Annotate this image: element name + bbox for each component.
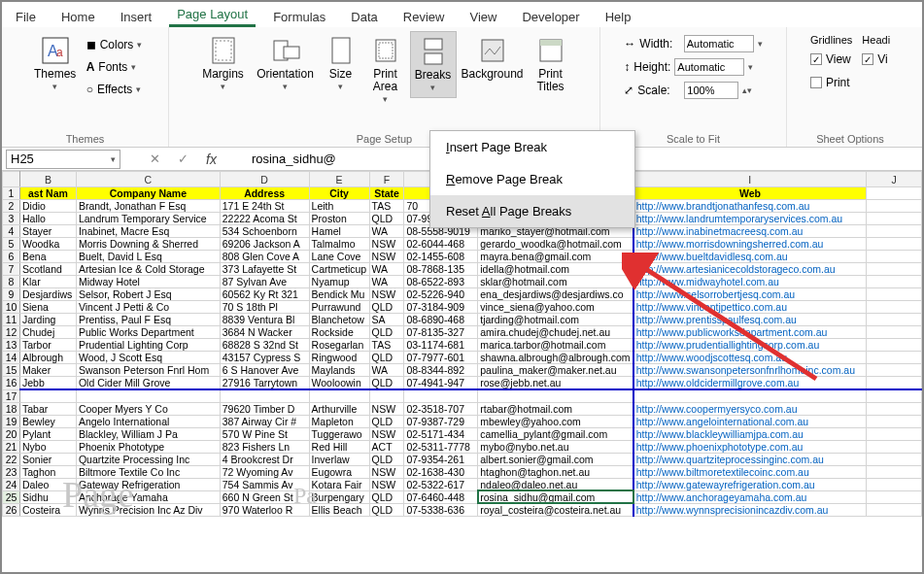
col-header[interactable]: C (76, 172, 220, 187)
enter-icon[interactable]: ✓ (178, 152, 188, 166)
cell[interactable]: ndaleo@daleo.net.au (478, 478, 633, 490)
cancel-icon[interactable]: ✕ (150, 152, 160, 166)
menu-remove-page-break[interactable]: Remove Page Break (430, 163, 634, 195)
cell[interactable]: http://www.brandtjonathanfesq.com.au (633, 200, 867, 213)
cell[interactable]: Jarding (19, 314, 76, 326)
row-header[interactable]: 10 (3, 301, 20, 314)
fonts-button[interactable]: AFonts ▾ (86, 57, 143, 77)
cell[interactable]: Bewley (19, 415, 76, 427)
cell[interactable]: http://www.vincentjpettico.com.au (633, 301, 867, 314)
cell[interactable]: Buelt, David L Esq (76, 251, 220, 263)
cell[interactable]: amira.chudej@chudej.net.au (478, 326, 633, 339)
cell[interactable]: Phoenix Phototype (76, 440, 220, 453)
cell[interactable]: shawna.albrough@albrough.com (478, 352, 633, 364)
background-button[interactable]: Background (461, 31, 525, 84)
cell[interactable]: Company Name (76, 187, 220, 200)
size-button[interactable]: Size▾ (321, 31, 361, 96)
menu-insert-page-break[interactable]: Insert Page Break (430, 131, 634, 163)
cell[interactable]: sklar@hotmail.com (478, 276, 633, 288)
cell[interactable]: paulina_maker@maker.net.au (478, 364, 633, 377)
cell[interactable]: Biltmore Textile Co Inc (76, 465, 220, 478)
cell[interactable]: 02-5322-617 (404, 478, 478, 490)
cell[interactable]: htaghon@taghon.net.au (478, 465, 633, 478)
cell[interactable]: Desjardiws (19, 288, 76, 301)
cell[interactable]: 27916 Tarrytown (220, 377, 309, 390)
row-header[interactable]: 26 (3, 503, 20, 516)
cell[interactable]: 08-6890-468 (404, 314, 478, 326)
cell[interactable]: Sidhu (19, 490, 76, 503)
cell[interactable]: 07-3184-909 (404, 301, 478, 314)
cell[interactable]: QLD (369, 490, 404, 503)
headings-view-checkbox[interactable]: ✓ (862, 53, 873, 65)
cell[interactable]: 373 Lafayette St (220, 263, 309, 276)
col-header[interactable]: E (309, 172, 369, 187)
cell[interactable]: TAS (369, 339, 404, 352)
cell[interactable]: Blackley, William J Pa (76, 427, 220, 440)
cell[interactable] (867, 200, 922, 213)
cell[interactable] (867, 314, 922, 326)
cell[interactable]: 534 Schoenborn (220, 225, 309, 238)
cell[interactable]: 72 Wyoming Av (220, 465, 309, 478)
cell[interactable]: http://www.woodjscottesq.com.au (633, 352, 867, 364)
cell[interactable]: State (369, 187, 404, 200)
cell[interactable]: Web (633, 187, 867, 200)
height-input[interactable] (674, 58, 744, 76)
cell[interactable]: Burpengary (309, 490, 369, 503)
cell[interactable]: Lane Cove (309, 251, 369, 263)
cell[interactable]: http://www.inabinetmacreesq.com.au (633, 225, 867, 238)
cell[interactable]: mbewley@yahoo.com (478, 415, 633, 427)
cell[interactable]: Kotara Fair (309, 478, 369, 490)
cell[interactable] (633, 389, 867, 402)
select-all[interactable] (3, 172, 20, 187)
cell[interactable]: Costeira (19, 503, 76, 516)
cell[interactable]: http://www.oldcidermillgrove.com.au (633, 377, 867, 390)
cell[interactable] (867, 503, 922, 516)
cell[interactable]: Jebb (19, 377, 76, 390)
cell[interactable]: 60562 Ky Rt 321 (220, 288, 309, 301)
cell[interactable]: WA (369, 263, 404, 276)
row-header[interactable]: 12 (3, 326, 20, 339)
cell[interactable]: Siena (19, 301, 76, 314)
cell[interactable] (76, 389, 220, 402)
cell[interactable] (867, 238, 922, 251)
cell[interactable]: 02-6044-468 (404, 238, 478, 251)
cell[interactable] (478, 389, 633, 402)
cell[interactable]: http://www.biltmoretextilecoinc.com.au (633, 465, 867, 478)
cell[interactable]: rose@jebb.net.au (478, 377, 633, 390)
cell[interactable]: http://www.blackleywilliamjpa.com.au (633, 427, 867, 440)
cell[interactable]: 387 Airway Cir # (220, 415, 309, 427)
cell[interactable]: Wynns Precision Inc Az Div (76, 503, 220, 516)
cell[interactable] (867, 490, 922, 503)
cell[interactable]: http://www.landrumtemporaryservices.com.… (633, 213, 867, 225)
cell[interactable] (867, 453, 922, 465)
cell[interactable]: QLD (369, 301, 404, 314)
cell[interactable]: 07-6460-448 (404, 490, 478, 503)
cell[interactable]: Maker (19, 364, 76, 377)
cell[interactable]: http://www.phoenixphototype.com.au (633, 440, 867, 453)
row-header[interactable]: 14 (3, 352, 20, 364)
cell[interactable]: 07-7977-601 (404, 352, 478, 364)
cell[interactable]: QLD (369, 326, 404, 339)
row-header[interactable]: 13 (3, 339, 20, 352)
cell[interactable]: Angelo International (76, 415, 220, 427)
cell[interactable] (867, 402, 922, 415)
cell[interactable]: 03-1174-681 (404, 339, 478, 352)
cell[interactable]: Landrum Temporary Service (76, 213, 220, 225)
cell[interactable]: Brandt, Jonathan F Esq (76, 200, 220, 213)
cell[interactable]: Bendick Mu (309, 288, 369, 301)
tab-review[interactable]: Review (395, 6, 453, 27)
cell[interactable]: 87 Sylvan Ave (220, 276, 309, 288)
cell[interactable]: Inverlaw (309, 453, 369, 465)
cell[interactable]: Old Cider Mill Grove (76, 377, 220, 390)
cell[interactable]: 08-7868-135 (404, 263, 478, 276)
cell[interactable]: WA (369, 364, 404, 377)
cell[interactable]: Proston (309, 213, 369, 225)
cell[interactable]: Swanson Peterson Fnrl Hom (76, 364, 220, 377)
cell[interactable]: idella@hotmail.com (478, 263, 633, 276)
cell[interactable]: http://www.prentisspaulfesq.com.au (633, 314, 867, 326)
cell[interactable]: Midway Hotel (76, 276, 220, 288)
cell[interactable]: 3684 N Wacker (220, 326, 309, 339)
cell[interactable]: 07-5338-636 (404, 503, 478, 516)
cell[interactable]: 171 E 24th St (220, 200, 309, 213)
cell[interactable] (867, 339, 922, 352)
